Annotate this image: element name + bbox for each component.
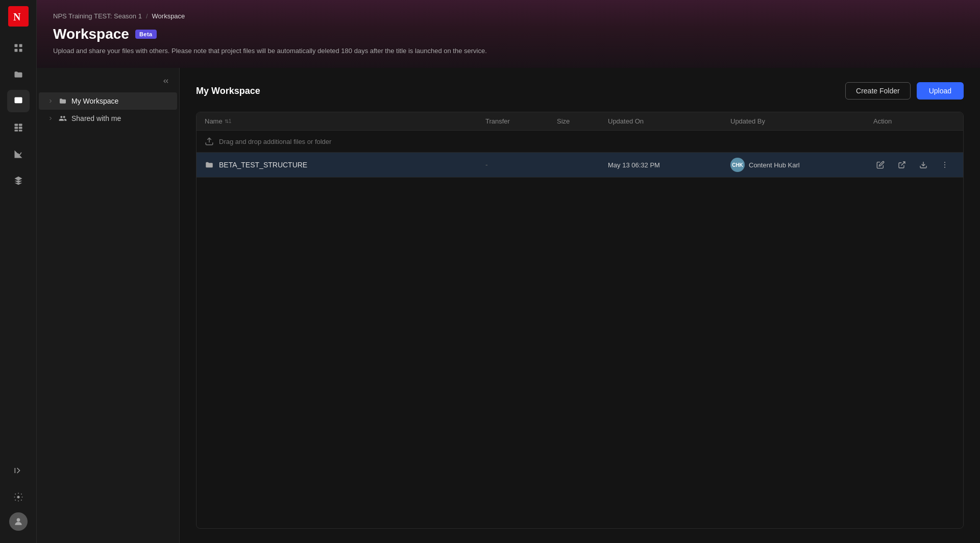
workspace-actions: Create Folder Upload [845, 82, 964, 100]
nav-home-icon[interactable] [7, 37, 30, 59]
action-icons [873, 158, 955, 172]
file-table: Name ⇅1 Transfer Size Updated On Updated… [196, 112, 964, 529]
drag-drop-label: Drag and drop additional files or folder [219, 138, 331, 145]
svg-point-12 [17, 496, 19, 499]
workspace-header: My Workspace Create Folder Upload [196, 82, 964, 100]
svg-point-13 [16, 518, 20, 522]
nav-bar: N [0, 0, 37, 543]
sidebar-shared-label: Shared with me [71, 114, 121, 122]
folder-icon [58, 96, 67, 106]
svg-rect-7 [18, 124, 22, 126]
shared-icon [58, 114, 67, 123]
svg-rect-8 [14, 127, 18, 129]
updated-by-name: Content Hub Karl [749, 161, 800, 169]
netflix-logo[interactable]: N [8, 6, 29, 27]
drag-drop-area[interactable]: Drag and drop additional files or folder [197, 131, 963, 153]
more-options-icon[interactable] [938, 158, 952, 172]
file-name[interactable]: BETA_TEST_STRUCTURE [219, 161, 307, 169]
transfer-cell: - [485, 161, 557, 169]
col-name: Name ⇅1 [205, 117, 485, 125]
svg-rect-3 [14, 49, 17, 52]
top-header: NPS Training TEST: Season 1 / Workspace … [37, 0, 980, 68]
download-icon[interactable] [916, 158, 930, 172]
table-header: Name ⇅1 Transfer Size Updated On Updated… [197, 112, 963, 131]
breadcrumb-parent[interactable]: NPS Training TEST: Season 1 [53, 12, 142, 20]
svg-point-16 [944, 162, 945, 163]
breadcrumb: NPS Training TEST: Season 1 / Workspace [53, 12, 964, 20]
edit-icon[interactable] [873, 158, 888, 172]
nav-chart-icon[interactable] [7, 143, 30, 165]
sidebar-my-workspace-label: My Workspace [71, 97, 118, 105]
col-updated-on: Updated On [608, 117, 730, 125]
page-title: Workspace [53, 26, 129, 42]
folder-row-icon [205, 160, 214, 169]
beta-badge: Beta [135, 30, 157, 39]
svg-text:N: N [13, 11, 21, 22]
breadcrumb-separator: / [146, 12, 148, 20]
share-icon[interactable] [895, 158, 909, 172]
nav-grid-icon[interactable] [7, 116, 30, 139]
chevron-down-icon [47, 97, 54, 105]
user-avatar[interactable] [9, 512, 28, 531]
table-row: BETA_TEST_STRUCTURE - May 13 06:32 PM CH… [197, 153, 963, 178]
nav-collapse-icon[interactable] [7, 459, 30, 482]
svg-rect-4 [19, 49, 22, 52]
svg-point-17 [944, 164, 945, 165]
col-transfer: Transfer [485, 117, 557, 125]
svg-rect-9 [18, 127, 22, 129]
svg-rect-5 [14, 97, 22, 104]
svg-rect-11 [18, 130, 22, 131]
sort-icon[interactable]: ⇅1 [225, 118, 232, 124]
col-action: Action [873, 117, 955, 125]
upload-button[interactable]: Upload [917, 82, 964, 100]
user-avatar-chk: CHK [730, 158, 745, 172]
main-area: NPS Training TEST: Season 1 / Workspace … [37, 0, 980, 543]
create-folder-button[interactable]: Create Folder [845, 82, 911, 100]
updated-by-cell: CHK Content Hub Karl [730, 158, 873, 172]
breadcrumb-current: Workspace [152, 12, 185, 20]
workspace-panel: My Workspace Create Folder Upload Name ⇅… [180, 68, 980, 543]
nav-settings-icon[interactable] [7, 486, 30, 508]
nav-folder-icon[interactable] [7, 63, 30, 86]
col-size: Size [557, 117, 608, 125]
sidebar-collapse-button[interactable] [159, 74, 173, 88]
svg-rect-1 [14, 44, 17, 47]
sidebar-item-my-workspace[interactable]: My Workspace [39, 92, 177, 110]
sidebar: My Workspace Shared with me [37, 68, 180, 543]
svg-point-18 [944, 167, 945, 168]
page-subtitle: Upload and share your files with others.… [53, 46, 964, 56]
svg-rect-10 [14, 130, 18, 131]
col-updated-by: Updated By [730, 117, 873, 125]
svg-rect-6 [14, 124, 18, 126]
updated-on-cell: May 13 06:32 PM [608, 161, 730, 169]
content-area: My Workspace Shared with me My Workspace… [37, 68, 980, 543]
sidebar-item-shared-with-me[interactable]: Shared with me [39, 110, 177, 127]
file-name-cell: BETA_TEST_STRUCTURE [205, 160, 485, 169]
chevron-right-icon [47, 115, 54, 122]
nav-workspace-icon[interactable] [7, 90, 30, 112]
svg-rect-2 [19, 44, 22, 47]
workspace-title: My Workspace [196, 86, 260, 96]
nav-layers-icon[interactable] [7, 169, 30, 192]
